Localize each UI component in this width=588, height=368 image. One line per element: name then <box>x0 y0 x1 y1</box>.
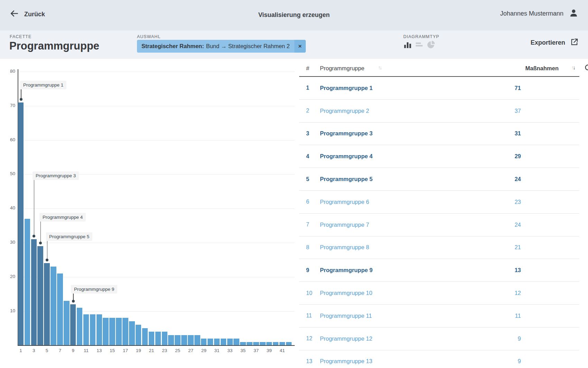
table-row-8[interactable]: 8Programmgruppe 821 <box>299 236 579 259</box>
bar-17[interactable] <box>122 318 128 345</box>
column-header-value: Maßnahmen <box>525 65 559 72</box>
bar-32[interactable] <box>221 339 227 345</box>
table-row-5[interactable]: 5Programmgruppe 524 <box>299 168 579 191</box>
bar-6[interactable] <box>50 267 56 345</box>
y-tick-label: 60 <box>3 137 15 142</box>
x-tick-label: 21 <box>146 348 157 353</box>
annotation-dot <box>39 242 42 244</box>
table-row-9[interactable]: 9Programmgruppe 913 <box>299 259 579 282</box>
sort-down-icon-active: ↓ <box>573 64 575 70</box>
row-chart-icon[interactable] <box>415 41 424 51</box>
annotation-line <box>34 180 35 236</box>
sort-control-value[interactable]: ↑↓ <box>571 64 575 70</box>
row-value: 12 <box>515 290 521 296</box>
table-row-7[interactable]: 7Programmgruppe 724 <box>299 214 579 236</box>
bar-29[interactable] <box>201 339 207 345</box>
row-value: 9 <box>518 335 521 342</box>
table-row-12[interactable]: 12Programmgruppe 129 <box>299 327 579 350</box>
bar-20[interactable] <box>142 328 148 345</box>
bar-11[interactable] <box>83 314 89 345</box>
bar-3[interactable] <box>31 239 37 345</box>
row-rank: 11 <box>306 313 312 319</box>
row-value: 13 <box>515 267 521 273</box>
bar-28[interactable] <box>194 335 200 345</box>
bar-1[interactable] <box>18 102 24 345</box>
bar-42[interactable] <box>286 342 292 345</box>
table-row-4[interactable]: 4Programmgruppe 429 <box>299 145 579 168</box>
bar-41[interactable] <box>279 342 285 345</box>
bar-39[interactable] <box>266 342 272 345</box>
x-tick-label: 1 <box>16 348 26 353</box>
table-row-10[interactable]: 10Programmgruppe 1012 <box>299 282 579 305</box>
bar-15[interactable] <box>109 318 115 345</box>
row-value: 24 <box>515 176 521 182</box>
selection-chip[interactable]: Strategischer Rahmen:Bund → Strategische… <box>137 40 306 53</box>
bar-2[interactable] <box>25 219 30 345</box>
annotation-dot <box>46 259 48 261</box>
selection-chip-value: Bund → Strategischer Rahmen 2 <box>206 43 290 50</box>
bar-19[interactable] <box>136 325 141 345</box>
row-name: Programmgruppe 2 <box>320 108 369 114</box>
bar-34[interactable] <box>233 339 239 345</box>
column-chart-icon[interactable] <box>403 41 412 51</box>
table-row-13[interactable]: 13Programmgruppe 139 <box>299 350 579 368</box>
bar-40[interactable] <box>273 342 279 345</box>
bar-38[interactable] <box>260 342 266 345</box>
header-band: FACETTE Programmgruppe AUSWAHL Strategis… <box>0 30 588 59</box>
export-button[interactable]: Exportieren <box>531 38 578 47</box>
bar-27[interactable] <box>188 335 194 345</box>
row-value: 9 <box>518 358 521 365</box>
row-rank: 1 <box>306 85 309 91</box>
row-name: Programmgruppe 12 <box>320 335 372 342</box>
bar-7[interactable] <box>57 273 63 345</box>
row-value: 21 <box>515 244 521 251</box>
x-tick-label: 35 <box>238 348 248 353</box>
bar-23[interactable] <box>162 332 168 345</box>
table-row-6[interactable]: 6Programmgruppe 623 <box>299 191 579 214</box>
table-row-11[interactable]: 11Programmgruppe 1111 <box>299 305 579 327</box>
chip-close-button[interactable]: × <box>294 40 306 53</box>
table-row-3[interactable]: 3Programmgruppe 331 <box>299 123 579 145</box>
bar-30[interactable] <box>208 339 213 345</box>
row-value: 29 <box>515 153 521 160</box>
bar-31[interactable] <box>214 339 220 345</box>
pie-chart-icon[interactable] <box>427 41 435 51</box>
x-tick-label: 29 <box>199 348 209 353</box>
bar-4[interactable] <box>37 246 43 345</box>
row-value: 71 <box>515 85 521 91</box>
bar-25[interactable] <box>175 335 181 345</box>
bar-12[interactable] <box>90 314 96 345</box>
bar-13[interactable] <box>97 314 102 345</box>
bar-16[interactable] <box>116 318 122 345</box>
y-tick-label: 10 <box>3 308 15 313</box>
bar-22[interactable] <box>155 332 161 345</box>
row-name: Programmgruppe 8 <box>320 244 369 251</box>
annotation-dot <box>72 300 75 303</box>
search-icon[interactable] <box>584 64 588 74</box>
x-tick-label: 27 <box>185 348 196 353</box>
bar-5[interactable] <box>44 263 50 345</box>
row-rank: 2 <box>306 108 309 114</box>
annotation-label: Programmgruppe 3 <box>33 171 79 180</box>
bar-35[interactable] <box>240 342 246 345</box>
bar-21[interactable] <box>149 332 155 345</box>
facet-value: Programmgruppe <box>9 40 99 52</box>
bar-8[interactable] <box>64 301 70 345</box>
user-menu[interactable]: Johannes Mustermann <box>500 8 578 19</box>
bar-37[interactable] <box>253 342 259 345</box>
table-row-1[interactable]: 1Programmgruppe 171 <box>299 77 579 100</box>
bar-18[interactable] <box>129 321 135 345</box>
table-row-2[interactable]: 2Programmgruppe 237 <box>299 100 579 123</box>
bar-9[interactable] <box>70 304 76 345</box>
bar-14[interactable] <box>103 318 109 345</box>
sort-control-name[interactable]: ↑↓ <box>378 64 381 70</box>
charttype-label: DIAGRAMMTYP <box>403 34 439 39</box>
bar-33[interactable] <box>227 339 233 345</box>
row-name: Programmgruppe 7 <box>320 222 369 228</box>
bar-36[interactable] <box>247 342 252 345</box>
bar-10[interactable] <box>77 308 83 345</box>
bar-24[interactable] <box>168 335 174 345</box>
row-rank: 8 <box>306 244 309 251</box>
bar-26[interactable] <box>181 335 187 345</box>
row-name: Programmgruppe 4 <box>320 153 373 160</box>
